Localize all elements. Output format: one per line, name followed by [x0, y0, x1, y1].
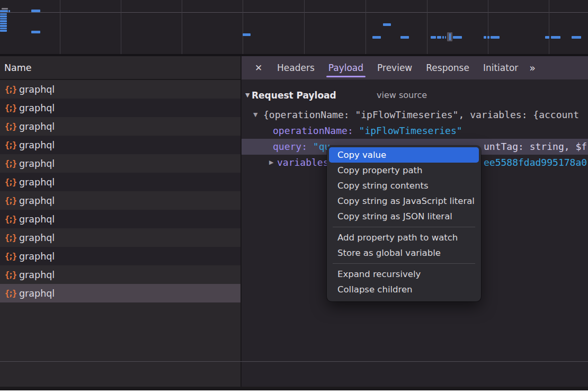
request-name-label: graphql	[19, 84, 55, 95]
request-timing-bar	[243, 33, 251, 36]
name-column-label: Name	[4, 63, 32, 73]
overview-gridline	[182, 0, 182, 54]
request-timing-bar	[449, 33, 451, 40]
request-name-label: graphql	[19, 270, 55, 280]
tab-label: Headers	[277, 63, 315, 73]
context-menu-item-copy-string-as-json-literal[interactable]: Copy string as JSON literal	[327, 209, 481, 224]
overview-gridline	[488, 0, 488, 54]
network-request-row[interactable]: {;}graphql	[0, 154, 240, 173]
tab-response[interactable]: Response	[419, 56, 476, 79]
network-request-row[interactable]: {;}graphql	[0, 80, 240, 99]
payload-root-preview: {operationName: "ipFlowTimeseries", vari…	[263, 109, 579, 120]
context-menu-item-copy-property-path[interactable]: Copy property path	[327, 163, 481, 178]
details-tabbar: ✕ HeadersPayloadPreviewResponseInitiator…	[242, 56, 588, 79]
json-braces-icon: {;}	[5, 196, 17, 206]
network-request-row[interactable]: {;}graphql	[0, 136, 240, 154]
request-timing-bar	[437, 36, 441, 39]
context-menu-item-copy-value[interactable]: Copy value	[329, 147, 479, 163]
request-timing-bar	[551, 36, 560, 39]
context-menu-item-collapse-children[interactable]: Collapse children	[327, 282, 481, 297]
context-menu-item-expand-recursively[interactable]: Expand recursively	[327, 266, 481, 282]
json-braces-icon: {;}	[5, 159, 17, 168]
request-payload-title: Request Payload	[252, 87, 336, 104]
network-overview-timeline[interactable]	[0, 0, 588, 56]
request-timing-bar	[491, 36, 500, 39]
request-name-label: graphql	[19, 214, 55, 225]
overview-gridline	[60, 0, 60, 54]
tab-initiator[interactable]: Initiator	[476, 56, 525, 79]
json-braces-icon: {;}	[5, 103, 17, 113]
request-timing-bar	[0, 25, 7, 27]
request-timing-bar	[0, 20, 7, 22]
context-menu-item-store-as-global-variable[interactable]: Store as global variable	[327, 245, 481, 261]
context-menu-item-copy-string-as-javascript-literal[interactable]: Copy string as JavaScript literal	[327, 193, 481, 209]
request-timing-bar	[0, 15, 7, 17]
name-column-header[interactable]: Name	[0, 56, 240, 80]
network-request-row[interactable]: {;}graphql	[0, 265, 240, 284]
context-menu-item-copy-string-contents[interactable]: Copy string contents	[327, 178, 481, 193]
overview-row-divider	[0, 12, 588, 13]
json-braces-icon: {;}	[5, 252, 17, 261]
request-timing-bar	[545, 36, 549, 39]
tab-label: Preview	[377, 63, 412, 73]
request-name-label: graphql	[19, 121, 55, 132]
payload-root-line[interactable]: ▼{operationName: "ipFlowTimeseries", var…	[242, 107, 588, 123]
tab-label: Response	[426, 63, 469, 73]
request-timing-bar	[372, 36, 381, 39]
devtools-network-panel: Name {;}graphql{;}graphql{;}graphql{;}gr…	[0, 0, 588, 390]
more-tabs-icon[interactable]: »	[529, 62, 534, 74]
request-timing-bar	[31, 10, 40, 12]
request-timing-bar	[431, 36, 436, 39]
menu-separator	[333, 263, 475, 264]
expand-triangle-icon[interactable]: ▼	[253, 107, 257, 123]
network-request-row[interactable]: {;}graphql	[0, 191, 240, 210]
request-timing-bar	[8, 10, 10, 12]
request-timing-bar	[383, 23, 391, 26]
view-source-link[interactable]: view source	[377, 87, 427, 104]
tab-payload[interactable]: Payload	[322, 56, 370, 79]
tab-headers[interactable]: Headers	[270, 56, 322, 79]
request-name-label: graphql	[19, 233, 55, 243]
request-rows: {;}graphql{;}graphql{;}graphql{;}graphql…	[0, 80, 240, 302]
json-braces-icon: {;}	[5, 85, 17, 94]
overview-gridline	[427, 0, 427, 54]
request-name-label: graphql	[19, 251, 55, 262]
json-braces-icon: {;}	[5, 122, 17, 131]
menu-separator	[333, 227, 475, 227]
request-timing-bar	[31, 31, 40, 33]
network-request-row[interactable]: {;}graphql	[0, 284, 240, 302]
overview-gridline	[304, 0, 305, 54]
request-payload-section-header: ▼ Request Payload view source	[242, 87, 588, 104]
operation-name-line[interactable]: operationName: "ipFlowTimeseries"	[242, 123, 588, 139]
tab-preview[interactable]: Preview	[370, 56, 419, 79]
json-braces-icon: {;}	[5, 270, 17, 280]
context-menu: Copy valueCopy property pathCopy string …	[327, 146, 481, 301]
request-timing-bar	[572, 36, 581, 39]
network-request-row[interactable]: {;}graphql	[0, 228, 240, 247]
window-bottom-edge	[0, 387, 588, 390]
network-request-row[interactable]: {;}graphql	[0, 99, 240, 117]
details-tabs: HeadersPayloadPreviewResponseInitiator	[270, 56, 525, 79]
network-request-row[interactable]: {;}graphql	[0, 117, 240, 136]
collapsed-triangle-icon[interactable]: ▶	[269, 155, 273, 171]
request-timing-bar	[487, 36, 489, 39]
operation-name-value: "ipFlowTimeseries"	[359, 125, 462, 136]
context-menu-item-add-property-path-to-watch[interactable]: Add property path to watch	[327, 230, 481, 245]
variables-value-right: ee5588fdad995178a0	[484, 155, 587, 171]
request-timing-bar	[484, 36, 486, 39]
query-key: query:	[273, 141, 313, 152]
network-request-row[interactable]: {;}graphql	[0, 173, 240, 191]
overview-gridline	[243, 0, 243, 54]
network-request-row[interactable]: {;}graphql	[0, 210, 240, 228]
request-name-label: graphql	[19, 103, 55, 113]
section-collapse-triangle-icon[interactable]: ▼	[245, 87, 250, 104]
request-timing-bar	[0, 28, 7, 30]
request-timing-bar	[2, 8, 8, 10]
close-icon[interactable]: ✕	[251, 63, 266, 73]
request-name-label: graphql	[19, 158, 55, 169]
overview-gridline	[121, 0, 121, 54]
request-timing-bar	[0, 23, 7, 25]
request-name-label: graphql	[19, 177, 55, 188]
network-request-row[interactable]: {;}graphql	[0, 247, 240, 265]
overview-gridline	[366, 0, 366, 54]
